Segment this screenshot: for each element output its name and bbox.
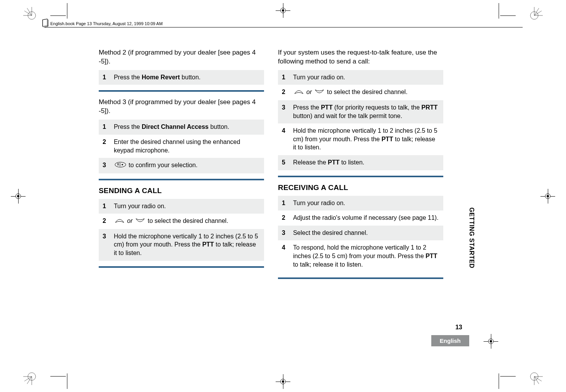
- step-text: Select the desired channel.: [289, 226, 443, 241]
- svg-line-17: [534, 377, 542, 381]
- sending-call-heading: SENDING A CALL: [99, 187, 264, 195]
- svg-rect-23: [117, 165, 119, 165]
- svg-line-7: [534, 11, 542, 15]
- print-crosshair-left: [11, 189, 26, 204]
- step-text: Turn your radio on.: [110, 199, 264, 214]
- table-row: 3 to confirm your selection.: [99, 158, 264, 173]
- table-row: 1 Press the Direct Channel Access button…: [99, 120, 264, 135]
- print-reg-fan-tl: [23, 7, 40, 24]
- method3-steps: 1 Press the Direct Channel Access button…: [99, 120, 264, 173]
- print-crosshair-right: [540, 189, 555, 204]
- method2-intro: Method 2 (if programmed by your dealer […: [99, 48, 264, 66]
- step-text: Release the PTT to listen.: [289, 155, 443, 170]
- print-crosshair-br-outer: [484, 334, 498, 349]
- page-content: Method 2 (if programmed by your dealer […: [99, 48, 443, 279]
- nav-down-icon: [135, 217, 145, 226]
- receiving-call-heading: RECEIVING A CALL: [278, 183, 443, 192]
- step-number: 1: [278, 196, 289, 211]
- table-row: 1 Turn your radio on.: [278, 70, 443, 85]
- svg-point-25: [122, 164, 123, 166]
- table-row: 2 or to select the desired channel.: [278, 85, 443, 100]
- step-text: or to select the desired channel.: [110, 214, 264, 229]
- step-number: 2: [99, 214, 110, 229]
- print-reg-fan-br: [526, 368, 543, 385]
- table-end-rule: [278, 277, 443, 279]
- step-number: 1: [99, 199, 110, 214]
- book-icon: [42, 19, 49, 27]
- step-number: 2: [278, 85, 289, 100]
- table-row: 3 Select the desired channel.: [278, 226, 443, 241]
- table-end-rule: [99, 179, 264, 180]
- sending-call-steps: 1 Turn your radio on. 2 or to select the…: [99, 199, 264, 261]
- nav-up-icon: [115, 217, 125, 226]
- svg-line-12: [24, 377, 32, 381]
- step-number: 2: [278, 211, 289, 226]
- step-number: 3: [278, 226, 289, 241]
- step-number: 2: [99, 135, 110, 158]
- step-text: Hold the microphone vertically 1 to 2 in…: [289, 123, 443, 155]
- svg-line-18: [534, 377, 539, 384]
- svg-rect-22: [117, 164, 119, 164]
- page-number: 13: [455, 324, 462, 331]
- svg-line-3: [27, 8, 32, 15]
- rtt-intro: If your system uses the request-to-talk …: [278, 48, 443, 66]
- step-text: Turn your radio on.: [289, 70, 443, 85]
- table-row: 1 Turn your radio on.: [278, 196, 443, 211]
- left-column: Method 2 (if programmed by your dealer […: [99, 48, 264, 279]
- receiving-call-steps: 1 Turn your radio on. 2 Adjust the radio…: [278, 196, 443, 272]
- step-number: 5: [278, 155, 289, 170]
- crop-mark: [50, 376, 66, 377]
- table-end-rule: [99, 266, 264, 268]
- table-row: 3 Hold the microphone vertically 1 to 2 …: [99, 229, 264, 261]
- method3-intro: Method 3 (if programmed by your dealer […: [99, 98, 264, 116]
- table-row: 1 Turn your radio on.: [99, 199, 264, 214]
- print-crosshair-top: [276, 3, 290, 18]
- language-tab: English: [431, 335, 469, 346]
- crop-mark: [500, 376, 516, 377]
- header-rule: [45, 27, 523, 27]
- step-text: to confirm your selection.: [110, 158, 264, 173]
- print-reg-fan-tr: [526, 7, 543, 24]
- print-reg-fan-bl: [23, 368, 40, 385]
- step-text: Press the PTT (for priority requests to …: [289, 100, 443, 123]
- crop-mark: [67, 373, 67, 389]
- step-number: 3: [278, 100, 289, 123]
- table-row: 5 Release the PTT to listen.: [278, 155, 443, 170]
- section-tab-label: GETTING STARTED: [468, 207, 475, 268]
- menu-select-button-icon: [115, 161, 126, 170]
- svg-rect-21: [117, 163, 119, 164]
- step-text: Press the Home Revert button.: [110, 70, 264, 85]
- crop-mark: [67, 3, 67, 19]
- table-row: 1 Press the Home Revert button.: [99, 70, 264, 85]
- crop-mark: [500, 15, 516, 16]
- crop-mark: [50, 15, 66, 16]
- svg-point-20: [115, 162, 126, 167]
- step-text: Adjust the radio's volume if necessary (…: [289, 211, 443, 226]
- nav-down-icon: [314, 88, 324, 97]
- step-text: Press the Direct Channel Access button.: [110, 120, 264, 135]
- nav-up-icon: [294, 88, 304, 97]
- step-number: 1: [99, 120, 110, 135]
- table-end-rule: [99, 90, 264, 92]
- step-number: 1: [278, 70, 289, 85]
- step-text: Turn your radio on.: [289, 196, 443, 211]
- svg-line-13: [27, 377, 32, 384]
- rtt-steps: 1 Turn your radio on. 2 or to select the…: [278, 70, 443, 170]
- step-text: To respond, hold the microphone vertical…: [289, 240, 443, 272]
- step-text: Enter the desired channel using the enha…: [110, 135, 264, 158]
- step-text: or to select the desired channel.: [289, 85, 443, 100]
- table-row: 3 Press the PTT (for priority requests t…: [278, 100, 443, 123]
- step-text: Hold the microphone vertically 1 to 2 in…: [110, 229, 264, 261]
- table-row: 2 Adjust the radio's volume if necessary…: [278, 211, 443, 226]
- table-row: 4 Hold the microphone vertically 1 to 2 …: [278, 123, 443, 155]
- table-row: 2 Enter the desired channel using the en…: [99, 135, 264, 158]
- step-number: 4: [278, 240, 289, 272]
- table-row: 2 or to select the desired channel.: [99, 214, 264, 229]
- step-number: 3: [99, 229, 110, 261]
- header-running-text: English.book Page 13 Thursday, August 12…: [50, 21, 163, 26]
- right-column: If your system uses the request-to-talk …: [278, 48, 443, 279]
- step-number: 4: [278, 123, 289, 155]
- step-number: 3: [99, 158, 110, 173]
- table-row: 4 To respond, hold the microphone vertic…: [278, 240, 443, 272]
- crop-mark: [499, 3, 499, 19]
